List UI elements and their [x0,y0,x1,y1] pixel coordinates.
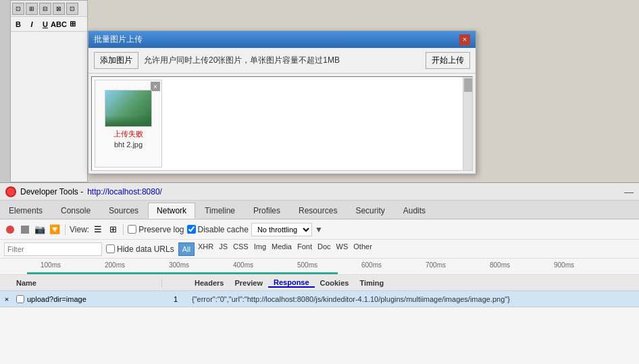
editor-main-panel: ⊡ ⊞ ⊟ ⊠ ⊡ B I U ABC ⊞ [10,0,88,182]
close-icon: × [5,295,9,303]
editor-icon-3[interactable]: ⊟ [39,3,51,15]
row-select-checkbox[interactable] [16,295,24,303]
detail-tab-response[interactable]: Response [268,278,315,288]
filter-media-label[interactable]: Media [270,242,294,256]
image-filename-label: bht 2.jpg [114,140,143,149]
disable-cache-checkbox-label[interactable]: Disable cache [187,225,249,234]
devtools-network-toolbar: 📷 🔽 View: ☰ ⊞ Preserve log Disable cache… [0,219,639,240]
editor-icon-1[interactable]: ⊡ [12,3,24,15]
tab-security[interactable]: Security [347,203,393,219]
strikethrough-button[interactable]: ABC [53,18,65,30]
tab-elements[interactable]: Elements [0,203,51,219]
filter-doc-label[interactable]: Doc [315,242,333,256]
dialog-scrollbar[interactable] [463,77,472,170]
tab-network[interactable]: Network [148,203,195,219]
view-label: View: [70,225,89,234]
timeline-active-line [27,272,338,274]
devtools-filter-row: Hide data URLs All XHR JS CSS Img Media … [0,240,639,259]
editor-left-panel [0,0,10,182]
filter-type-buttons: All XHR JS CSS Img Media Font Doc WS Oth… [178,242,374,256]
tab-resources[interactable]: Resources [290,203,346,219]
filter-xhr-label[interactable]: XHR [196,242,215,256]
stop-button[interactable] [19,224,31,236]
dialog-content-area: × 上传失败 bht 2.jpg [91,76,473,171]
start-upload-button[interactable]: 开始上传 [426,52,470,69]
row-name-cell: upload?dir=image [14,295,162,303]
dialog-titlebar: 批量图片上传 × [88,31,476,48]
timeline-label-900ms: 900ms [554,261,574,269]
timeline-label-700ms: 700ms [426,261,446,269]
detail-tab-timing[interactable]: Timing [354,279,389,287]
row-name-text: upload?dir=image [27,295,86,303]
disable-cache-label: Disable cache [198,225,249,234]
net-detail-tabs: Headers Preview Response Cookies Timing [189,278,389,288]
tab-profiles[interactable]: Profiles [245,203,289,219]
upload-dialog: 批量图片上传 × 添加图片 允许用户同时上传20张图片，单张图片容量不超过1MB… [88,30,476,174]
filter-ws-label[interactable]: WS [334,242,351,256]
dialog-close-button[interactable]: × [459,34,470,45]
network-table-header: Name Headers Preview Response Cookies Ti… [0,275,639,291]
filter-img-label[interactable]: Img [252,242,268,256]
timeline-label-500ms: 500ms [297,261,317,269]
camera-button[interactable]: 📷 [34,224,46,236]
view-list-button[interactable]: ☰ [92,224,104,236]
tab-console[interactable]: Console [52,203,99,219]
underline-button[interactable]: U [39,18,51,30]
detail-tab-cookies[interactable]: Cookies [315,279,355,287]
toolbar-separator-2 [123,224,124,235]
scrollbar-thumb[interactable] [464,78,472,92]
devtools-title-text: Developer Tools - [20,187,83,197]
table-button[interactable]: ⊞ [66,18,78,30]
filter-other-label[interactable]: Other [351,242,374,256]
disable-cache-checkbox[interactable] [187,225,196,234]
filter-button[interactable]: 🔽 [49,224,61,236]
filter-input[interactable] [4,242,102,256]
editor-icon-2[interactable]: ⊞ [26,3,38,15]
record-icon [6,226,14,234]
timeline-label-100ms: 100ms [41,261,61,269]
preserve-log-label: Preserve log [138,225,184,234]
devtools-tab-bar: Elements Console Sources Network Timelin… [0,201,639,219]
header-name-col: Name [14,279,162,287]
upload-status-label: 上传失败 [113,129,143,139]
preserve-log-checkbox[interactable] [128,225,136,234]
timeline-label-200ms: 200ms [105,261,125,269]
hide-data-urls-text: Hide data URLs [117,244,174,254]
hide-data-urls-label[interactable]: Hide data URLs [106,244,174,254]
filter-all-button[interactable]: All [178,242,195,256]
bold-button[interactable]: B [12,18,24,30]
detail-tab-preview[interactable]: Preview [229,279,268,287]
dialog-title: 批量图片上传 [94,34,143,45]
tab-sources[interactable]: Sources [100,203,147,219]
editor-toolbar-row1: ⊡ ⊞ ⊟ ⊠ ⊡ [11,1,87,17]
record-button[interactable] [4,224,16,236]
filter-js-label[interactable]: JS [217,242,230,256]
devtools-panel: Developer Tools - http://localhost:8080/… [0,182,639,364]
tab-timeline[interactable]: Timeline [196,203,244,219]
throttle-dropdown-icon[interactable]: ▼ [315,225,323,234]
tab-audits[interactable]: Audits [394,203,434,219]
timeline-label-600ms: 600ms [361,261,382,269]
table-row[interactable]: × upload?dir=image 1 {"error":"0","url":… [0,291,639,307]
devtools-chrome-icon [5,186,16,197]
network-table: Name Headers Preview Response Cookies Ti… [0,275,639,364]
filter-font-label[interactable]: Font [295,242,314,256]
stop-icon [21,226,29,234]
italic-button[interactable]: I [26,18,38,30]
hide-data-urls-checkbox[interactable] [106,244,115,253]
throttle-select[interactable]: No throttling [251,223,312,236]
detail-tab-headers[interactable]: Headers [189,279,229,287]
view-grid-button[interactable]: ⊞ [107,224,119,236]
row-close-btn[interactable]: × [0,295,14,303]
upload-hint-text: 允许用户同时上传20张图片，单张图片容量不超过1MB [144,55,340,66]
toolbar-separator-1 [65,224,66,235]
devtools-minimize-button[interactable]: — [624,186,634,197]
filter-css-label[interactable]: CSS [231,242,251,256]
editor-icon-4[interactable]: ⊠ [53,3,65,15]
dialog-toolbar: 添加图片 允许用户同时上传20张图片，单张图片容量不超过1MB 开始上传 [88,48,476,74]
editor-icon-5[interactable]: ⊡ [66,3,78,15]
image-item-close-button[interactable]: × [151,82,160,91]
preserve-log-checkbox-label[interactable]: Preserve log [128,225,184,234]
timeline-bar: 100ms 200ms 300ms 400ms 500ms 600ms 700m… [0,259,639,275]
add-image-button[interactable]: 添加图片 [94,52,138,69]
